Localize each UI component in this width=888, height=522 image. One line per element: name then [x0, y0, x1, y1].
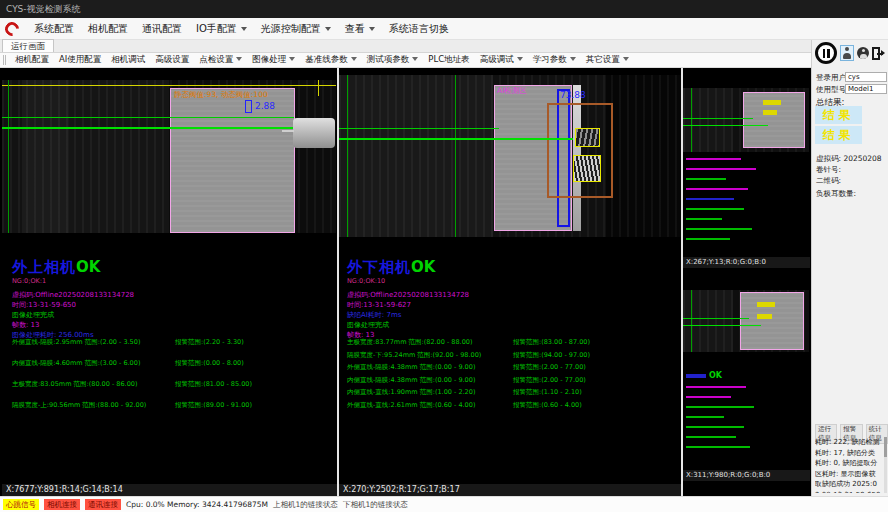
pause-button[interactable]: [815, 42, 837, 64]
chevron-down-icon: [236, 57, 242, 61]
toolbar-ai-usage-config[interactable]: AI使用配置: [54, 52, 106, 68]
toolbar-plc-address-table[interactable]: PLC地址表: [423, 52, 474, 68]
tiny-text-line: [686, 178, 726, 180]
alarm-range-text: 报警范围:(2.20 - 3.30): [175, 338, 334, 359]
green-measure-line: [2, 127, 294, 129]
exit-door-icon: [872, 47, 884, 60]
menu-label: 系统语言切换: [389, 23, 449, 34]
ng-ok-counter: NG:0;OK:1: [12, 277, 134, 285]
green-measure-line: [339, 128, 499, 129]
chevron-down-icon: [241, 27, 247, 31]
camera-thumb-top[interactable]: [683, 88, 809, 152]
toolbar-advanced-settings[interactable]: 高级设置: [150, 52, 194, 68]
run-log-text: 耗时: 222, 缺陷检测耗时: 17, 缺陷分类耗时: 0, 缺陷提取分区耗时…: [815, 437, 881, 493]
camera-thumb-bottom[interactable]: [683, 290, 809, 352]
log-scrollbar[interactable]: [884, 437, 887, 493]
yellow-label-overlay: [763, 100, 781, 105]
measurement-text: 隔膜宽度-下:95.24mm 范围:(92.00 - 98.00): [347, 351, 513, 364]
measurement-row: 外侧直线-直线:2.61mm 范围:(0.60 - 4.00)报警范围:(0.6…: [347, 401, 677, 414]
toolbar-label: PLC地址表: [428, 54, 469, 64]
logout-button[interactable]: [871, 45, 885, 61]
processing-done-line: 图像处理完成: [347, 320, 469, 330]
chevron-down-icon: [325, 27, 331, 31]
tiny-text-line: [686, 218, 722, 220]
measurement-text: 内侧直线-隔膜:4.60mm 范围:(3.00 - 6.00): [12, 359, 175, 380]
app-logo-icon: [2, 19, 22, 39]
toolbar-label: 基准线参数: [305, 54, 348, 64]
alarm-range-text: 报警范围:(94.00 - 97.00): [513, 351, 677, 364]
green-measure-line: [339, 138, 573, 140]
ai-region-label: AI检测区: [497, 86, 527, 96]
login-user-input[interactable]: cys: [845, 72, 887, 82]
measurement-row: 主极宽度:83.77mm 范围:(82.00 - 88.00)报警范围:(83.…: [347, 338, 677, 351]
titlebar: CYS-视觉检测系统: [0, 0, 888, 18]
gripper-object: [293, 118, 335, 148]
camera-view-lower-outer[interactable]: AI检测区 73.88: [339, 75, 681, 237]
alarm-range-text: 报警范围:(0.60 - 4.00): [513, 401, 677, 414]
tiny-text-line: [686, 238, 730, 240]
scrollbar-thumb[interactable]: [884, 437, 887, 457]
alarm-range-text: 报警范围:(2.00 - 77.00): [513, 376, 677, 389]
menu-item-camera-config[interactable]: 相机配置: [81, 19, 135, 39]
alarm-range-text: 报警范围:(81.00 - 85.00): [175, 380, 334, 401]
toolbar-camera-debug[interactable]: 相机调试: [106, 52, 150, 68]
status-bar: 心跳信号 相机连接 通讯连接 Cpu: 0.0% Memory: 3424.41…: [0, 496, 888, 512]
camera-status: OK: [411, 258, 435, 276]
tab-run-screen[interactable]: 运行画面: [2, 39, 54, 52]
defect-roi-yellow: [575, 128, 600, 147]
yellow-label-overlay: [763, 110, 777, 115]
menu-item-io-config[interactable]: IO手配置: [189, 19, 254, 39]
pixel-readout-lower-outer: X:270;Y:2502;R:17;G:17;B:17: [339, 484, 681, 496]
toolbar-spot-check[interactable]: 点检设置: [194, 52, 247, 68]
toolbar-label: 其它设置: [586, 54, 620, 64]
blue-roi: [245, 100, 252, 113]
membrane-roi: [740, 292, 804, 350]
toolbar-learning-params[interactable]: 学习参数: [528, 52, 581, 68]
camera-view-upper-outer[interactable]: 静态阀值:93, 动态阀值:100 2.88: [2, 80, 336, 233]
toolbar-advanced-debug[interactable]: 高级调试: [475, 52, 528, 68]
menu-label: 通讯配置: [142, 23, 182, 34]
toolbar-test-params[interactable]: 测试项参数: [362, 52, 424, 68]
menu-item-light-control[interactable]: 光源控制配置: [254, 19, 338, 39]
ng-ok-counter: NG:0;OK:10: [347, 277, 469, 285]
pixel-readout-thumb-top: X:267;Y:13;R:0;G:0;B:0: [683, 257, 810, 268]
toolbar-baseline-params[interactable]: 基准线参数: [300, 52, 362, 68]
menu-item-comm-config[interactable]: 通讯配置: [135, 19, 189, 39]
toolbar-label: 高级调试: [480, 54, 514, 64]
menu-item-view[interactable]: 查看: [338, 19, 382, 39]
measurement-text: 外侧直线-隔膜:2.95mm 范围:(2.00 - 3.50): [12, 338, 175, 359]
alarm-range-text: 报警范围:(83.00 - 87.00): [513, 338, 677, 351]
measurement-row: 内侧直线-直线:1.90mm 范围:(1.00 - 2.20)报警范围:(1.1…: [347, 388, 677, 401]
toolbar-grip[interactable]: [3, 55, 6, 65]
yellow-tick: [318, 80, 319, 96]
window-title: CYS-视觉检测系统: [6, 4, 81, 14]
menu-item-language-switch[interactable]: 系统语言切换: [382, 19, 456, 39]
operator-account-button[interactable]: [856, 45, 870, 61]
tiny-text-line: [686, 446, 750, 448]
toolbar-label: 相机配置: [15, 54, 49, 64]
virtual-code-line: 虚拟码:Offline20250208133134728: [12, 290, 134, 300]
green-vertical-line: [8, 80, 9, 233]
menu-label: 系统配置: [34, 23, 74, 34]
yellow-label-overlay: [757, 302, 775, 307]
tiny-text-line: [686, 426, 744, 428]
alarm-range-text: 报警范围:(0.00 - 8.00): [175, 359, 334, 380]
yellow-reference-line: [2, 85, 336, 86]
toolbar-image-processing[interactable]: 图像处理: [247, 52, 300, 68]
toolbar-other-settings[interactable]: 其它设置: [581, 52, 634, 68]
pause-icon: [823, 49, 826, 58]
camera-name: 外下相机: [347, 258, 411, 276]
menu-label: 光源控制配置: [261, 23, 321, 34]
toolbar-camera-config[interactable]: 相机配置: [10, 52, 54, 68]
toolbar-label: 高级设置: [155, 54, 189, 64]
model-input[interactable]: Model1: [845, 84, 887, 94]
app-window: CYS-视觉检测系统 系统配置 相机配置 通讯配置 IO手配置 光源控制配置 查…: [0, 0, 888, 522]
user-login-button[interactable]: [840, 45, 854, 61]
camera-connection-badge: 相机连接: [44, 499, 80, 510]
measurement-text: 内侧直线-直线:1.90mm 范围:(1.00 - 2.20): [347, 388, 513, 401]
measurement-row: 外侧直线-隔膜:2.95mm 范围:(2.00 - 3.50)报警范围:(2.2…: [12, 338, 334, 359]
menu-item-system-config[interactable]: 系统配置: [27, 19, 81, 39]
thumb-bottom-status-row: OK: [686, 371, 722, 380]
tiny-text-line: [686, 396, 731, 398]
tiny-text-line: [686, 158, 741, 160]
